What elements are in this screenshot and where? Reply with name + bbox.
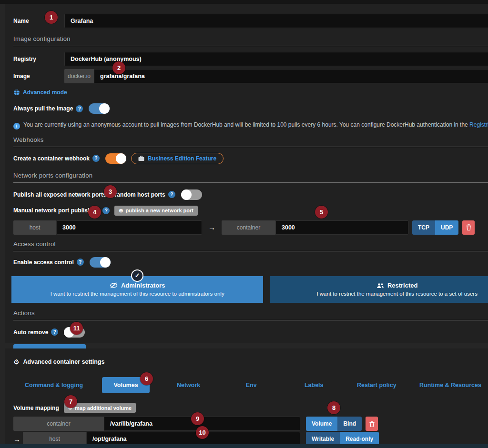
administrators-subtitle: I want to restrict the management of thi… bbox=[51, 291, 224, 297]
webhook-label: Create a container webhook bbox=[13, 155, 90, 162]
volume-container-value: /var/lib/grafana bbox=[110, 420, 152, 427]
advanced-mode-row: Advanced mode bbox=[13, 89, 488, 96]
volume-host-value: /opt/grafana bbox=[92, 436, 127, 442]
host-port-value: 3000 bbox=[62, 224, 76, 231]
advanced-settings-title: Advanced container settings bbox=[23, 358, 105, 365]
container-create-form: Name Grafana Image configuration Registr… bbox=[5, 4, 488, 343]
volume-mapping-label: Volume mapping bbox=[13, 405, 59, 411]
publish-all-toggle[interactable] bbox=[181, 189, 202, 200]
tab-restart-policy[interactable]: Restart policy bbox=[346, 377, 408, 393]
trash-icon bbox=[369, 421, 375, 427]
enable-access-label: Enable access control bbox=[13, 259, 74, 266]
tab-runtime-resources[interactable]: Runtime & Resources bbox=[408, 377, 488, 393]
container-port-input[interactable]: 3000 bbox=[275, 220, 408, 235]
manual-publish-label: Manual network port publishing bbox=[13, 207, 100, 214]
actions-header: Actions bbox=[13, 309, 488, 320]
advanced-mode-link[interactable]: Advanced mode bbox=[23, 89, 67, 96]
registry-label: Registry bbox=[13, 56, 64, 62]
help-icon[interactable]: ? bbox=[77, 259, 84, 266]
manual-publish-row: Manual network port publishing ? ⊕ publi… bbox=[13, 206, 488, 216]
restricted-title: Restricted bbox=[387, 282, 418, 289]
image-input[interactable]: grafana/grafana bbox=[94, 69, 488, 83]
always-pull-row: Always pull the image ? bbox=[13, 103, 488, 114]
name-input[interactable]: Grafana bbox=[64, 14, 488, 28]
host-port-prefix: host bbox=[13, 220, 56, 235]
port-mapping-row: host 3000 → container 3000 TCP UDP bbox=[13, 220, 488, 235]
always-pull-toggle[interactable] bbox=[89, 103, 110, 114]
administrators-option[interactable]: ✓ Administrators I want to restrict the … bbox=[11, 276, 263, 303]
annotation-badge: 7 bbox=[64, 395, 77, 408]
annotation-badge: 6 bbox=[140, 372, 153, 385]
notice-text-before: You are currently using an anonymous acc… bbox=[23, 121, 469, 128]
registries-view-link[interactable]: Registries View bbox=[469, 121, 488, 128]
volume-mapping-row: Volume mapping ⊕ map additional volume bbox=[13, 403, 488, 413]
next-section-edge bbox=[0, 444, 488, 448]
annotation-badge: 4 bbox=[88, 206, 101, 219]
advanced-settings-header-row: ⚙ Advanced container settings bbox=[13, 358, 488, 366]
name-input-value: Grafana bbox=[71, 18, 93, 24]
plus-circle-icon: ⊕ bbox=[119, 208, 123, 214]
pull-limit-notice: iYou are currently using an anonymous ac… bbox=[13, 121, 488, 129]
help-icon[interactable]: ? bbox=[102, 207, 110, 214]
volume-type-toggle-group: Volume Bind bbox=[306, 417, 362, 431]
registry-selected-value: DockerHub (anonymous) bbox=[71, 56, 142, 62]
protocol-toggle-group: TCP UDP bbox=[412, 220, 458, 235]
registry-select[interactable]: DockerHub (anonymous) bbox=[64, 52, 488, 66]
gear-icon: ⚙ bbox=[13, 358, 20, 366]
advanced-settings-tabs: Command & logging Volumes Network Env La… bbox=[13, 377, 488, 393]
access-options-row: ✓ Administrators I want to restrict the … bbox=[11, 276, 488, 303]
tab-labels[interactable]: Labels bbox=[293, 377, 335, 393]
image-input-value: grafana/grafana bbox=[100, 73, 145, 80]
publish-all-row: Publish all exposed network ports to ran… bbox=[13, 189, 488, 200]
tcp-button[interactable]: TCP bbox=[412, 220, 435, 235]
auto-remove-row: Auto remove ? bbox=[13, 327, 488, 338]
administrators-title: Administrators bbox=[121, 282, 165, 289]
image-configuration-header: Image configuration bbox=[13, 35, 488, 46]
selected-check-icon: ✓ bbox=[131, 269, 143, 282]
webhook-toggle[interactable] bbox=[105, 153, 126, 164]
help-icon[interactable]: ? bbox=[92, 155, 100, 162]
trash-icon bbox=[466, 224, 471, 230]
arrow-right-icon: → bbox=[13, 435, 23, 443]
volume-type-button[interactable]: Volume bbox=[306, 417, 337, 431]
business-edition-label: Business Edition Feature bbox=[148, 155, 216, 162]
tab-command-logging[interactable]: Command & logging bbox=[13, 377, 94, 393]
webhook-row: Create a container webhook ? Business Ed… bbox=[13, 153, 488, 164]
container-port-group: container 3000 bbox=[222, 220, 408, 235]
delete-volume-button[interactable] bbox=[366, 417, 378, 431]
enable-access-row: Enable access control ? bbox=[13, 257, 488, 268]
enable-access-toggle[interactable] bbox=[90, 257, 111, 268]
image-label: Image bbox=[13, 73, 64, 80]
container-port-value: 3000 bbox=[282, 224, 295, 231]
host-port-input[interactable]: 3000 bbox=[56, 220, 202, 235]
host-port-group: host 3000 bbox=[13, 220, 202, 235]
container-port-prefix: container bbox=[222, 220, 275, 235]
image-registry-prefix: docker.io bbox=[64, 69, 94, 83]
volume-container-row: container /var/lib/grafana Volume Bind bbox=[13, 417, 488, 431]
help-icon[interactable]: ? bbox=[51, 329, 58, 336]
access-control-header: Access control bbox=[13, 240, 488, 251]
delete-port-button[interactable] bbox=[462, 220, 475, 235]
bind-type-button[interactable]: Bind bbox=[337, 417, 362, 431]
annotation-badge: 1 bbox=[45, 11, 58, 24]
info-icon: i bbox=[13, 123, 20, 129]
publish-new-port-button[interactable]: ⊕ publish a new network port bbox=[114, 206, 198, 216]
tab-env[interactable]: Env bbox=[234, 377, 268, 393]
network-ports-header: Network ports configuration bbox=[13, 172, 488, 183]
advanced-settings-panel: ⚙ Advanced container settings Command & … bbox=[5, 348, 488, 444]
annotation-badge: 11 bbox=[70, 322, 83, 335]
briefcase-icon bbox=[138, 156, 144, 161]
users-icon bbox=[376, 283, 384, 289]
annotation-badge: 10 bbox=[196, 426, 209, 439]
help-icon[interactable]: ? bbox=[168, 191, 175, 198]
help-icon[interactable]: ? bbox=[76, 105, 83, 112]
tab-network[interactable]: Network bbox=[165, 377, 212, 393]
udp-button[interactable]: UDP bbox=[435, 220, 458, 235]
arrow-right-icon: → bbox=[208, 223, 215, 231]
restricted-subtitle: I want to restrict the management of thi… bbox=[316, 291, 478, 297]
restricted-option[interactable]: Restricted I want to restrict the manage… bbox=[270, 276, 488, 303]
volume-container-prefix: container bbox=[13, 417, 104, 431]
auto-remove-label: Auto remove bbox=[13, 329, 48, 336]
annotation-badge: 2 bbox=[112, 61, 125, 74]
map-additional-volume-label: map additional volume bbox=[75, 405, 132, 411]
